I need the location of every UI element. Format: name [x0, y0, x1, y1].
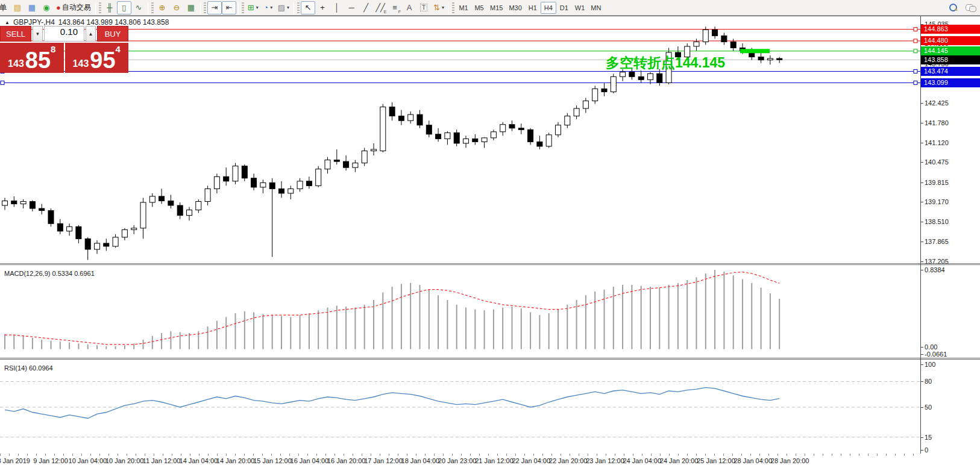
time-label: 14 Jan 20:00: [216, 457, 255, 464]
buy-button[interactable]: BUY: [97, 26, 128, 42]
fibonacci-icon[interactable]: ≡F: [388, 1, 402, 14]
trendline-icon[interactable]: ╱: [359, 1, 373, 14]
toolbar-separator: [294, 2, 294, 14]
toolbar-drag-handle: [204, 2, 206, 13]
dropdown-arrow-icon[interactable]: ▾: [270, 5, 272, 10]
vertical-line-icon[interactable]: │: [330, 1, 344, 14]
text-icon: A: [407, 4, 412, 11]
chart-area[interactable]: ▲ GBPJPY-,H4 143.864 143.989 143.806 143…: [0, 16, 980, 465]
toolbar-separator: [200, 2, 201, 14]
candle-down: [224, 176, 229, 181]
timeframe-button-w1[interactable]: W1: [572, 2, 588, 14]
autotrading-button[interactable]: ●自动交易: [54, 1, 93, 14]
line-price-badge: 144.145: [921, 46, 980, 55]
cursor-icon[interactable]: ↖: [301, 1, 315, 14]
templates-icon[interactable]: ▨▾: [275, 1, 292, 14]
candle-down: [537, 142, 542, 146]
price-chart[interactable]: [0, 16, 920, 263]
line-chart-icon[interactable]: ∿: [131, 1, 146, 14]
timeframe-button-m5[interactable]: M5: [471, 2, 487, 14]
indicators-icon[interactable]: ⊞▾: [245, 1, 261, 14]
sell-price-button[interactable]: 143 85 8: [0, 43, 64, 73]
rsi-line: [5, 387, 779, 418]
dropdown-arrow-icon[interactable]: ▾: [287, 5, 289, 10]
macd-indicator-pane[interactable]: [0, 265, 920, 358]
time-label: 16 Jan 04:00: [291, 457, 329, 464]
line-handle[interactable]: [914, 49, 917, 53]
line-handle[interactable]: [914, 28, 917, 31]
buy-price-button[interactable]: 143 95 4: [65, 43, 129, 73]
rsi-axis-80: 80: [925, 378, 932, 385]
sell-price-pip: 8: [51, 44, 55, 54]
crosshair-icon[interactable]: +: [315, 1, 330, 14]
timeframe-button-m15[interactable]: M15: [487, 2, 506, 14]
ohlc-bars-icon[interactable]: ╫: [102, 1, 117, 14]
timeframe-button-d1[interactable]: D1: [556, 2, 572, 14]
candle-down: [306, 181, 312, 186]
timeframe-button-h1[interactable]: H1: [525, 2, 541, 14]
candle-up: [408, 114, 413, 120]
line-handle[interactable]: [914, 70, 917, 73]
candle-up: [187, 210, 192, 216]
buy-price-base: 143: [73, 57, 89, 70]
line-handle[interactable]: [914, 81, 917, 84]
toolbar-drag-handle: [242, 2, 244, 13]
candle-up: [703, 30, 708, 42]
candle-up: [371, 149, 377, 151]
lot-size-input[interactable]: 0.10: [44, 26, 84, 42]
candle-down: [251, 178, 257, 187]
chart-window-icon[interactable]: ▦: [25, 1, 39, 14]
macd-axis-max: 0.8384: [925, 266, 945, 273]
toolbar-separator: [148, 2, 148, 14]
dropdown-arrow-icon[interactable]: ▾: [442, 5, 444, 10]
candlestick-icon[interactable]: ▯: [117, 1, 131, 14]
current-price-badge: 143.858: [921, 55, 980, 64]
candle-down: [39, 208, 45, 211]
arrows-icon[interactable]: ⇅▾: [431, 1, 447, 14]
time-axis[interactable]: 8 Jan 20199 Jan 12:0010 Jan 04:0010 Jan …: [0, 454, 980, 465]
zoom-in-icon[interactable]: ⊕: [155, 1, 169, 14]
rsi-axis-100: 100: [925, 361, 935, 368]
lot-increase-button[interactable]: ▲: [86, 26, 96, 42]
candle-down: [426, 125, 432, 134]
periods-icon[interactable]: ◔▾: [261, 1, 275, 14]
auto-scroll-icon[interactable]: ⇥: [207, 1, 222, 14]
one-click-trade-panel: SELL ▼ 0.10 ▲ BUY 143 85 8 143 95 4: [0, 26, 128, 73]
price-tick: 137.205: [925, 258, 949, 265]
timeframe-button-m30[interactable]: M30: [506, 2, 524, 14]
chart-shift-icon[interactable]: ⇤: [222, 1, 236, 14]
dropdown-arrow-icon[interactable]: ▾: [256, 5, 259, 10]
sell-button[interactable]: SELL: [0, 26, 31, 42]
tile-windows-icon[interactable]: ▦: [184, 1, 198, 14]
chat-icon[interactable]: [966, 4, 975, 11]
candle-up: [316, 169, 321, 186]
market-watch-icon: ▤: [14, 4, 21, 11]
label-icon[interactable]: T: [416, 1, 431, 14]
rsi-indicator-pane[interactable]: [0, 360, 920, 454]
market-watch-icon[interactable]: ▤: [10, 1, 25, 14]
highlight-trend-segment[interactable]: [740, 49, 770, 53]
candle-down: [85, 239, 90, 249]
search-icon[interactable]: [949, 4, 957, 11]
text-icon[interactable]: A: [402, 1, 416, 14]
timeframe-button-h4[interactable]: H4: [541, 2, 556, 14]
collapse-panel-icon[interactable]: ▲: [5, 20, 10, 25]
line-handle[interactable]: [1, 81, 4, 84]
templates-icon: ▨: [278, 4, 285, 11]
chart-text-annotation[interactable]: 多空转折点144.145: [606, 54, 725, 72]
candle-up: [491, 132, 496, 138]
channel-icon[interactable]: ╱╱E: [373, 1, 388, 14]
candle-down: [48, 211, 54, 224]
line-handle[interactable]: [914, 39, 917, 43]
horizontal-line-icon[interactable]: ─: [344, 1, 359, 14]
candle-down: [76, 226, 81, 239]
timeframe-button-m1[interactable]: M1: [456, 2, 471, 14]
pane-divider[interactable]: [0, 263, 980, 265]
pane-divider[interactable]: [0, 358, 980, 360]
new-order-button[interactable]: 单: [0, 1, 10, 14]
timeframe-button-mn[interactable]: MN: [588, 2, 604, 14]
time-tick-marks: [0, 454, 920, 456]
signal-icon[interactable]: ◉: [39, 1, 54, 14]
lot-decrease-button[interactable]: ▼: [33, 26, 43, 42]
zoom-out-icon[interactable]: ⊖: [169, 1, 184, 14]
